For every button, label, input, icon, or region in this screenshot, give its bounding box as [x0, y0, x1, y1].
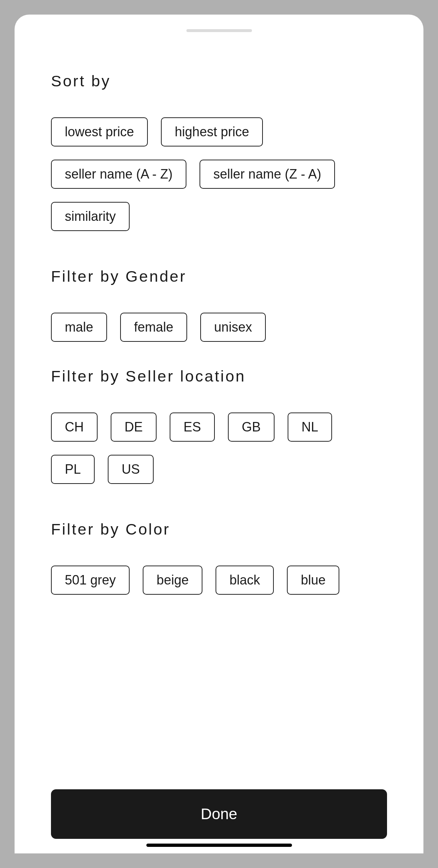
sort-option-similarity[interactable]: similarity	[51, 202, 130, 231]
color-option-black[interactable]: black	[216, 566, 274, 595]
filter-gender-heading: Filter by Gender	[51, 267, 387, 285]
done-bar: Done	[51, 789, 387, 839]
color-option-501-grey[interactable]: 501 grey	[51, 566, 130, 595]
location-option-nl[interactable]: NL	[288, 413, 332, 442]
filter-location-heading: Filter by Seller location	[51, 367, 387, 385]
location-options: CH DE ES GB NL PL US	[51, 413, 387, 484]
gender-options: male female unisex	[51, 313, 387, 342]
sort-option-seller-name-desc[interactable]: seller name (Z - A)	[200, 160, 335, 189]
location-option-es[interactable]: ES	[170, 413, 215, 442]
location-option-ch[interactable]: CH	[51, 413, 98, 442]
color-options: 501 grey beige black blue	[51, 566, 387, 595]
color-option-blue[interactable]: blue	[287, 566, 339, 595]
gender-option-male[interactable]: male	[51, 313, 107, 342]
filter-sort-sheet: Sort by lowest price highest price selle…	[15, 15, 423, 853]
gender-option-female[interactable]: female	[120, 313, 187, 342]
sort-option-seller-name-asc[interactable]: seller name (A - Z)	[51, 160, 186, 189]
sort-options: lowest price highest price seller name (…	[51, 117, 387, 231]
gender-option-unisex[interactable]: unisex	[200, 313, 266, 342]
sort-by-heading: Sort by	[51, 72, 387, 90]
location-option-us[interactable]: US	[108, 455, 154, 484]
filter-color-heading: Filter by Color	[51, 520, 387, 538]
home-indicator[interactable]	[146, 844, 292, 847]
location-option-pl[interactable]: PL	[51, 455, 95, 484]
color-option-beige[interactable]: beige	[143, 566, 202, 595]
location-option-gb[interactable]: GB	[228, 413, 275, 442]
sheet-content: Sort by lowest price highest price selle…	[15, 72, 423, 595]
sort-option-highest-price[interactable]: highest price	[161, 117, 263, 146]
done-button[interactable]: Done	[51, 789, 387, 839]
drag-handle[interactable]	[186, 29, 252, 32]
location-option-de[interactable]: DE	[111, 413, 157, 442]
sort-option-lowest-price[interactable]: lowest price	[51, 117, 148, 146]
